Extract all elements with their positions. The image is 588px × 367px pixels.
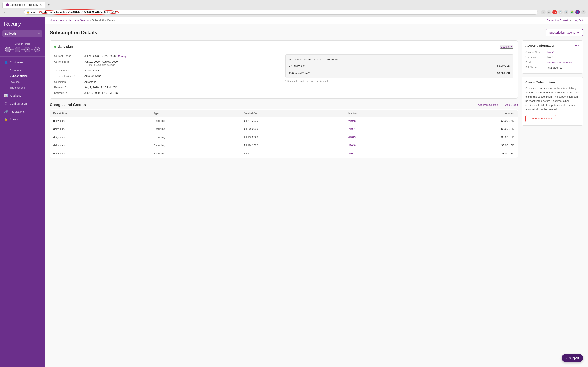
extension-icon-1[interactable]: 79 — [553, 10, 557, 15]
company-selector[interactable]: Bellwethr ▼ — [2, 30, 43, 37]
sidebar-item-integrations[interactable]: 🔗 Integrations — [0, 108, 45, 115]
forward-button[interactable]: → — [10, 9, 16, 15]
left-column: daily plan Options ▼ Current Period — [50, 40, 518, 158]
sidebar-divider-1 — [0, 57, 45, 57]
col-description: Description — [50, 110, 150, 117]
topbar-username[interactable]: Samantha Forrest — [546, 19, 568, 22]
current-period-value: Jul 21, 2020 - Jul 22, 2020 — [84, 55, 116, 58]
card-header: daily plan Options ▼ — [54, 45, 513, 51]
email-value[interactable]: ivraj+1@bellwethr.com — [547, 61, 580, 64]
browser-tab[interactable]: Subscription — Recurly ✕ — [2, 2, 45, 8]
plan-name-text: daily plan — [58, 45, 73, 49]
term-behavior-row: Term Behavior ⓘ Auto renewing — [54, 75, 282, 78]
profile-avatar[interactable]: 👤 — [575, 10, 580, 15]
step-dash-3 — [31, 49, 34, 50]
started-on-label: Started On — [54, 91, 83, 94]
table-row: daily plan Recurring Jul 17, 2020 #1047 … — [50, 150, 518, 158]
sidebar-item-label-integrations: Integrations — [10, 110, 25, 113]
sidebar-item-configuration[interactable]: ⚙ Configuration — [0, 100, 45, 108]
td-type: Recurring — [150, 133, 240, 141]
status-indicator — [54, 46, 56, 48]
account-code-value[interactable]: ivraj-1 — [547, 51, 580, 54]
sidebar-item-transactions[interactable]: Transactions — [0, 85, 45, 91]
setup-step-3[interactable]: 3 — [25, 47, 30, 52]
sidebar-item-customers[interactable]: 👤 Customers — [0, 58, 45, 66]
invoice-link[interactable]: #1048 — [348, 144, 356, 147]
address-bar-input[interactable] — [31, 11, 535, 14]
td-description: daily plan — [50, 150, 150, 158]
email-label: Email — [525, 61, 546, 64]
sidebar-item-subscriptions[interactable]: Subscriptions — [0, 73, 45, 79]
account-info-header: Account Information Edit — [525, 44, 580, 47]
back-button[interactable]: ← — [2, 9, 8, 15]
extensions-button[interactable]: 🧩 — [570, 10, 574, 15]
started-on-row: Started On Jun 10, 2020 11:10 PM UTC — [54, 91, 282, 94]
full-name-row: Full Name Ivraj Seerha — [525, 65, 580, 70]
collection-label: Collection — [54, 80, 83, 83]
step-dash-2 — [21, 49, 24, 50]
charges-table: Description Type Created On Invoice Amou… — [50, 109, 518, 158]
td-invoice[interactable]: #1058 — [345, 117, 420, 125]
invoice-link[interactable]: #1049 — [348, 136, 356, 139]
setup-step-1[interactable]: ✓ — [5, 47, 11, 52]
reload-button[interactable]: ⟳ — [17, 9, 22, 15]
tab-favicon — [6, 3, 9, 6]
current-term-label: Current Term — [54, 60, 83, 63]
invoice-link[interactable]: #1051 — [348, 127, 356, 131]
cast-icon[interactable]: ▭ — [547, 10, 551, 15]
td-invoice[interactable]: #1047 — [345, 150, 420, 158]
star-icon[interactable]: ☆ — [541, 10, 545, 15]
sidebar-item-admin[interactable]: 🔒 Admin — [0, 115, 45, 123]
support-icon: ? — [566, 356, 567, 360]
add-credit-link[interactable]: Add Credit — [505, 103, 518, 107]
collection-row: Collection Automatic — [54, 80, 282, 83]
started-on-value: Jun 10, 2020 11:10 PM UTC — [84, 91, 282, 94]
td-invoice[interactable]: #1051 — [345, 125, 420, 133]
support-button[interactable]: ? Support — [562, 354, 583, 362]
current-term-value-wrap: Jun 10, 2020 - Aug 07, 2020 16 (of 28) r… — [84, 60, 282, 67]
sidebar-item-analytics[interactable]: 📊 Analytics — [0, 92, 45, 100]
col-amount: Amount — [420, 110, 518, 117]
extension-icon-2[interactable]: 📋 — [558, 10, 563, 15]
term-behavior-help-icon[interactable]: ⓘ — [72, 75, 75, 78]
logout-link[interactable]: Log Out — [574, 19, 583, 22]
options-button[interactable]: Options ▼ — [500, 45, 513, 49]
invoice-note: * Does not include coupons or discounts. — [285, 80, 513, 83]
extension-icon-3[interactable]: 🔍 — [564, 10, 568, 15]
change-period-link[interactable]: Change — [118, 55, 127, 58]
account-info-edit-link[interactable]: Edit — [575, 44, 580, 47]
sidebar-item-accounts[interactable]: Accounts — [0, 67, 45, 73]
subscription-actions-button[interactable]: Subscription Actions ▼ — [545, 29, 583, 36]
td-invoice[interactable]: #1048 — [345, 141, 420, 150]
sidebar-item-label-analytics: Analytics — [10, 94, 21, 97]
username-row: Username ivraj1 — [525, 55, 580, 60]
invoice-link[interactable]: #1058 — [348, 119, 356, 122]
charges-section-header: Charges and Credits Add Item/Charge · Ad… — [50, 103, 518, 107]
cancel-subscription-button[interactable]: Cancel Subscription — [525, 115, 556, 122]
renews-on-value: Aug 7, 2020 11:10 PM UTC — [84, 86, 282, 89]
tab-close-button[interactable]: ✕ — [40, 3, 42, 6]
breadcrumb-home[interactable]: Home — [50, 19, 57, 22]
account-info-card: Account Information Edit Account Code iv… — [522, 40, 583, 74]
new-tab-button[interactable]: + — [45, 2, 52, 8]
customers-submenu: Accounts Subscriptions Invoices Transact… — [0, 66, 45, 92]
breadcrumb-user[interactable]: Ivraj Seerha — [74, 19, 89, 22]
details-left: Current Period Jul 21, 2020 - Jul 22, 20… — [54, 54, 282, 94]
charges-table-header: Description Type Created On Invoice Amou… — [50, 110, 518, 117]
sidebar-item-invoices[interactable]: Invoices — [0, 79, 45, 85]
td-type: Recurring — [150, 150, 240, 158]
breadcrumb-accounts[interactable]: Accounts — [60, 19, 71, 22]
setup-step-2[interactable]: 2 — [15, 47, 20, 52]
invoice-link[interactable]: #1047 — [348, 152, 356, 155]
menu-button[interactable]: ⋮ — [581, 10, 586, 15]
add-item-charge-link[interactable]: Add Item/Charge — [478, 103, 498, 107]
setup-step-4[interactable]: 4 — [34, 47, 40, 52]
support-label: Support — [569, 356, 579, 360]
td-created-on: Jul 21, 2020 — [240, 117, 345, 125]
td-created-on: Jul 20, 2020 — [240, 125, 345, 133]
breadcrumb-sep-3: › — [90, 19, 91, 22]
renews-on-row: Renews On Aug 7, 2020 11:10 PM UTC — [54, 86, 282, 89]
content-grid: daily plan Options ▼ Current Period — [50, 40, 583, 158]
page-header: Subscription Details Subscription Action… — [50, 29, 583, 36]
td-invoice[interactable]: #1049 — [345, 133, 420, 141]
